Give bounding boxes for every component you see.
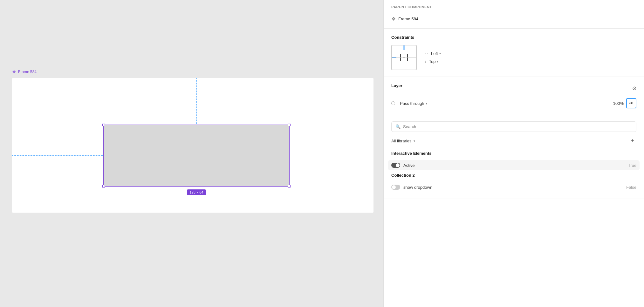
constraints-section: Constraints + ↔ Left ▾: [384, 29, 644, 77]
search-input[interactable]: [403, 124, 632, 129]
opacity-value[interactable]: 100%: [610, 101, 624, 106]
constraint-horizontal-icon: ↔: [424, 51, 428, 56]
handle-bottom-left[interactable]: [102, 185, 105, 188]
frame-container: 193 × 64: [12, 78, 373, 213]
blend-circle-icon: [391, 101, 395, 105]
active-value: True: [628, 163, 636, 168]
crosshair-vertical: [196, 78, 197, 124]
active-left: Active: [391, 163, 414, 168]
handle-top-right[interactable]: [288, 124, 291, 126]
blend-mode-arrow: ▾: [426, 102, 427, 105]
constraint-top-arrow: ▾: [437, 60, 438, 63]
collection-title: Collection 2: [391, 173, 636, 178]
canvas-frame-name: Frame 584: [18, 70, 37, 74]
opacity-area: 100% 👁: [610, 98, 636, 108]
right-panel: Parent component ❖ Frame 584 Constraints…: [383, 0, 644, 307]
interactive-elements-title: Interactive Elements: [391, 151, 636, 156]
parent-component-header: Parent component: [384, 0, 644, 16]
handle-top-left[interactable]: [102, 124, 105, 126]
component-icon: ❖: [391, 16, 396, 22]
blend-mode-label: Pass through: [400, 101, 424, 106]
layer-link-icon: ⊙: [632, 85, 636, 91]
constraint-left-label: Left: [431, 51, 438, 56]
parent-component-row[interactable]: ❖ Frame 584: [384, 16, 644, 29]
constraints-title: Constraints: [391, 35, 636, 40]
constraints-content: + ↔ Left ▾ ↕ Top ▾: [391, 45, 636, 70]
layer-header-row: Layer ⊙: [391, 83, 636, 93]
layer-section: Layer ⊙ Pass through ▾ 100% 👁: [384, 77, 644, 115]
blend-mode-area: Pass through ▾: [391, 99, 429, 107]
visibility-button[interactable]: 👁: [626, 98, 636, 108]
show-dropdown-row[interactable]: show dropdown False: [391, 182, 636, 192]
all-libraries-dropdown[interactable]: All libraries ▾: [391, 139, 415, 143]
libraries-dropdown-arrow: ▾: [414, 139, 415, 143]
dimension-label: 193 × 64: [187, 189, 206, 195]
constraint-left-dropdown[interactable]: Left ▾: [431, 51, 441, 56]
layer-title: Layer: [391, 83, 402, 88]
add-icon: +: [631, 138, 634, 144]
constraints-dropdowns: ↔ Left ▾ ↕ Top ▾: [424, 51, 441, 64]
show-dropdown-left: show dropdown: [391, 185, 432, 190]
search-icon: 🔍: [395, 124, 401, 129]
component-name: Frame 584: [398, 17, 418, 21]
blend-mode-select[interactable]: Pass through ▾: [398, 99, 429, 107]
canvas-area: ❖ Frame 584 193 × 64: [0, 0, 383, 307]
constraint-vertical-icon: ↕: [424, 59, 427, 64]
selected-element[interactable]: 193 × 64: [103, 125, 290, 187]
parent-component-label: Parent component: [391, 5, 636, 9]
constraint-v-line: [404, 45, 404, 70]
add-library-button[interactable]: +: [629, 137, 636, 145]
constraint-horizontal-row[interactable]: ↔ Left ▾: [424, 51, 441, 56]
handle-bottom-right[interactable]: [288, 185, 291, 188]
libraries-row: All libraries ▾ +: [391, 137, 636, 145]
active-property-row[interactable]: Active True: [388, 160, 640, 170]
constraint-left-arrow: ▾: [439, 52, 441, 55]
eye-icon: 👁: [629, 101, 634, 106]
show-dropdown-toggle[interactable]: [391, 185, 400, 190]
search-box[interactable]: 🔍: [391, 121, 636, 132]
constraint-top-label: Top: [429, 59, 436, 64]
all-libraries-label: All libraries: [391, 139, 412, 143]
constraint-visual: +: [391, 45, 417, 70]
show-dropdown-value: False: [626, 185, 636, 190]
layer-controls-row: Pass through ▾ 100% 👁: [391, 98, 636, 108]
search-libraries-section: 🔍 All libraries ▾ + Interactive Elements…: [384, 115, 644, 199]
show-dropdown-label: show dropdown: [403, 185, 432, 190]
active-label: Active: [403, 163, 414, 168]
active-toggle[interactable]: [391, 163, 400, 168]
constraint-vertical-row[interactable]: ↕ Top ▾: [424, 59, 441, 64]
constraint-top-dropdown[interactable]: Top ▾: [429, 59, 439, 64]
layer-link-btn[interactable]: ⊙: [632, 85, 636, 91]
frame-icon: ❖: [12, 69, 16, 74]
crosshair-horizontal: [12, 155, 103, 156]
frame-label: ❖ Frame 584: [12, 69, 37, 74]
